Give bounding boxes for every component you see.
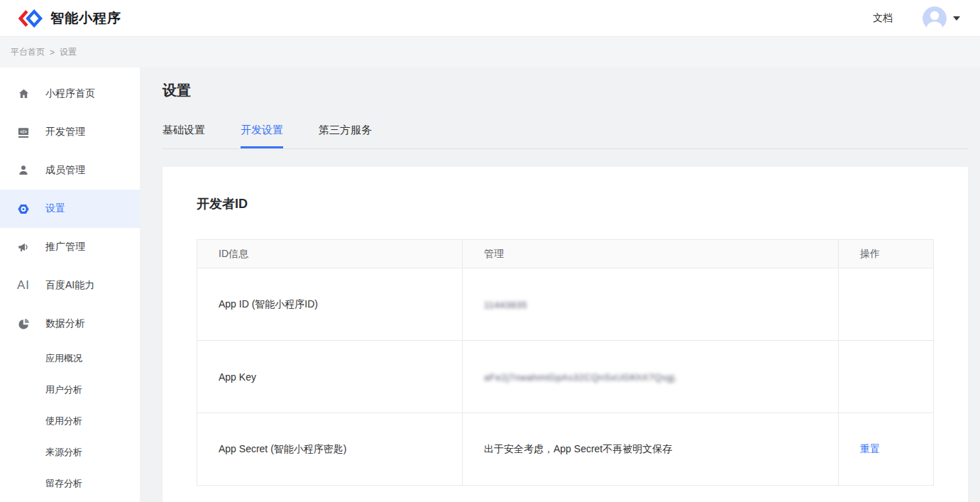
sidebar-item-label: 推广管理 [45, 241, 85, 253]
megaphone-icon [17, 241, 30, 253]
app-logo[interactable]: 智能小程序 [18, 9, 121, 28]
sidebar-item-label: 开发管理 [45, 126, 85, 138]
table-row-app-key: App Key aFe2j7nwahmtGpAs32CQnSxUGKhX7Qsg… [197, 341, 934, 413]
sidebar-subitem-retention-analysis[interactable]: 留存分析 [0, 468, 140, 499]
sidebar-item-label: 成员管理 [45, 164, 85, 177]
row-action-cell [839, 341, 934, 413]
breadcrumb-separator: > [50, 48, 55, 58]
sidebar-item-label: 百度AI能力 [45, 279, 94, 292]
col-header-id-info: ID信息 [197, 240, 463, 268]
sidebar-item-member-management[interactable]: 成员管理 [0, 151, 140, 190]
sidebar-item-settings[interactable]: 设置 [0, 190, 140, 228]
breadcrumb-current: 设置 [60, 46, 77, 58]
logo-text: 智能小程序 [50, 9, 121, 28]
sidebar-subitem-user-analysis[interactable]: 用户分析 [0, 374, 140, 405]
pie-chart-icon [17, 317, 30, 330]
row-value-cell: aFe2j7nwahmtGpAs32CQnSxUGKhX7Qsgj. [463, 341, 839, 413]
sidebar-subitem-label: 用户分析 [45, 383, 82, 396]
svg-text:</>: </> [20, 129, 27, 133]
developer-id-card: 开发者ID ID信息 管理 操作 App ID (智能小程序ID) 114438… [163, 167, 968, 502]
col-header-action: 操作 [839, 240, 934, 268]
app-id-value-masked: 11443835 [484, 300, 527, 310]
sidebar-subitem-label: 来源分析 [45, 446, 82, 459]
sidebar-subitem-label: 留存分析 [45, 477, 82, 490]
card-heading: 开发者ID [197, 195, 934, 212]
code-icon: </> [17, 126, 30, 138]
sidebar: 小程序首页 </> 开发管理 成员管理 [0, 67, 140, 502]
top-header: 智能小程序 文档 [0, 0, 980, 37]
tab-third-party-services[interactable]: 第三方服务 [319, 124, 372, 148]
sidebar-item-miniapp-home[interactable]: 小程序首页 [0, 75, 140, 113]
settings-icon [17, 202, 30, 215]
member-icon [17, 164, 30, 177]
main-content: 设置 基础设置 开发设置 第三方服务 开发者ID ID信息 管理 操作 [140, 67, 980, 502]
row-value-cell: 11443835 [463, 268, 839, 341]
home-icon [17, 87, 30, 100]
sidebar-item-baidu-ai[interactable]: AI 百度AI能力 [0, 266, 140, 305]
sidebar-item-label: 设置 [45, 202, 65, 215]
col-header-manage: 管理 [463, 240, 839, 268]
sidebar-item-dev-management[interactable]: </> 开发管理 [0, 113, 140, 151]
docs-link[interactable]: 文档 [873, 12, 893, 25]
sidebar-item-label: 小程序首页 [45, 87, 95, 100]
ai-icon: AI [17, 279, 30, 292]
developer-id-table: ID信息 管理 操作 App ID (智能小程序ID) 11443835 [197, 239, 934, 486]
breadcrumb-home[interactable]: 平台首页 [11, 46, 45, 58]
reset-button[interactable]: 重置 [860, 443, 880, 454]
avatar[interactable] [923, 6, 947, 31]
row-label: App Key [197, 341, 463, 413]
table-row-app-id: App ID (智能小程序ID) 11443835 [197, 268, 934, 341]
settings-tabs: 基础设置 开发设置 第三方服务 [163, 124, 968, 149]
sidebar-item-data-analysis[interactable]: 数据分析 [0, 305, 140, 343]
row-action-cell [839, 268, 934, 341]
sidebar-subitem-usage-analysis[interactable]: 使用分析 [0, 405, 140, 437]
smartapp-logo-icon [18, 9, 43, 28]
sidebar-subitem-app-overview[interactable]: 应用概况 [0, 343, 140, 374]
tab-basic-settings[interactable]: 基础设置 [163, 124, 205, 148]
tab-dev-settings[interactable]: 开发设置 [241, 124, 283, 148]
row-label: App Secret (智能小程序密匙) [197, 413, 463, 486]
row-value-cell: 出于安全考虑，App Secret不再被明文保存 [463, 413, 839, 486]
sidebar-subitem-label: 应用概况 [45, 352, 82, 365]
header-right: 文档 [873, 6, 960, 31]
row-label: App ID (智能小程序ID) [197, 268, 463, 341]
table-row-app-secret: App Secret (智能小程序密匙) 出于安全考虑，App Secret不再… [197, 413, 934, 486]
page-title: 设置 [163, 81, 968, 100]
sidebar-subitem-label: 使用分析 [45, 415, 82, 427]
sidebar-item-label: 数据分析 [45, 317, 85, 330]
sidebar-item-promotion-management[interactable]: 推广管理 [0, 228, 140, 266]
chevron-down-icon[interactable] [953, 16, 960, 21]
sidebar-subitem-source-analysis[interactable]: 来源分析 [0, 437, 140, 468]
table-header-row: ID信息 管理 操作 [197, 240, 934, 268]
breadcrumb: 平台首页 > 设置 [0, 37, 980, 67]
app-key-value-masked: aFe2j7nwahmtGpAs32CQnSxUGKhX7Qsgj. [484, 372, 678, 383]
row-action-cell: 重置 [839, 413, 934, 486]
